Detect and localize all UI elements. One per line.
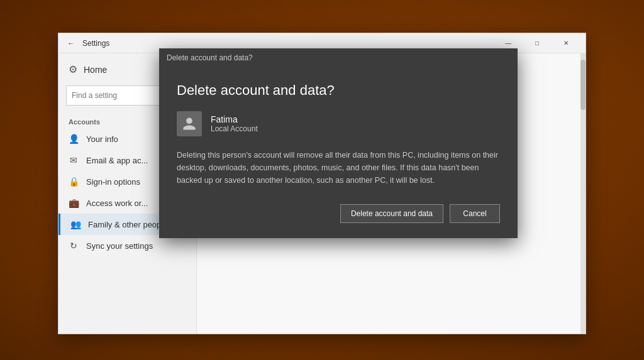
sign-in-icon: 🔒 — [69, 177, 79, 187]
close-button[interactable]: ✕ — [552, 33, 580, 53]
settings-window: ← Settings — □ ✕ ⚙ Home Accounts — [58, 33, 586, 334]
scrollbar-thumb[interactable] — [580, 60, 586, 110]
cancel-button[interactable]: Cancel — [450, 204, 500, 223]
dialog-titlebar-text: Delete account and data? — [167, 53, 253, 62]
email-icon: ✉ — [69, 155, 79, 165]
delete-account-button[interactable]: Delete account and data — [340, 204, 443, 223]
dialog-heading: Delete account and data? — [177, 82, 500, 99]
sidebar-item-sync[interactable]: ↻ Sync your settings — [58, 235, 196, 256]
family-icon: 👥 — [70, 219, 80, 229]
maximize-button[interactable]: □ — [523, 33, 552, 53]
scrollbar[interactable] — [580, 53, 586, 334]
home-label: Home — [84, 65, 107, 75]
window-title: Settings — [82, 39, 494, 48]
dialog-titlebar: Delete account and data? — [159, 48, 518, 67]
user-info: Fatima Local Account — [211, 114, 258, 133]
back-button[interactable]: ← — [64, 36, 79, 51]
access-work-icon: 💼 — [69, 198, 79, 208]
user-name: Fatima — [211, 114, 258, 124]
delete-account-dialog: Delete account and data? Delete account … — [159, 48, 518, 238]
sync-icon: ↻ — [69, 241, 79, 251]
home-icon: ⚙ — [69, 63, 77, 75]
dialog-user-row: Fatima Local Account — [177, 111, 500, 136]
dialog-body: Delete account and data? Fatima Local Ac… — [159, 67, 518, 238]
dialog-warning-text: Deleting this person's account will remo… — [177, 149, 500, 187]
dialog-buttons: Delete account and data Cancel — [177, 204, 500, 223]
your-info-icon: 👤 — [69, 134, 79, 144]
user-avatar — [177, 111, 202, 136]
avatar-icon — [182, 116, 197, 131]
user-account-type: Local Account — [211, 124, 258, 133]
